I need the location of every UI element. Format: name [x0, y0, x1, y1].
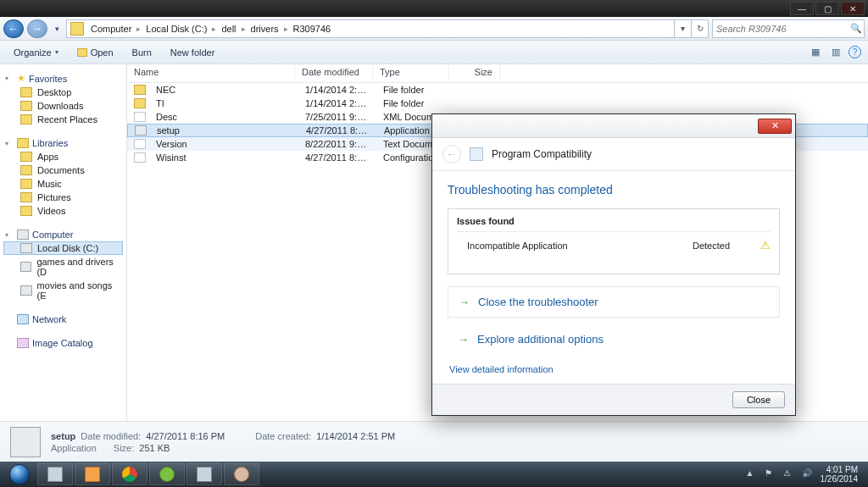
taskbar-app-media[interactable]: [75, 463, 110, 485]
taskbar-app-torrent[interactable]: [149, 463, 185, 485]
new-folder-button[interactable]: New folder: [164, 45, 222, 60]
breadcrumb-seg[interactable]: Local Disk (C:): [142, 24, 210, 34]
dialog-close-button[interactable]: Close: [732, 391, 785, 408]
dialog-close-x[interactable]: ✕: [758, 119, 792, 134]
computer-header[interactable]: ▾Computer: [3, 228, 123, 241]
view-detailed-info-link[interactable]: View detailed information: [448, 361, 554, 374]
organize-button[interactable]: Organize▾: [7, 45, 65, 60]
minimize-button[interactable]: —: [790, 2, 814, 15]
tray-arrow-icon[interactable]: ▲: [746, 468, 758, 480]
drive-icon: [20, 243, 32, 253]
program-compatibility-icon: [470, 147, 483, 161]
breadcrumb[interactable]: Computer▸ Local Disk (C:)▸ dell▸ drivers…: [66, 19, 709, 38]
arrow-icon: →: [458, 333, 469, 346]
navigation-pane: ▾★Favorites Desktop Downloads Recent Pla…: [0, 64, 127, 421]
taskbar[interactable]: ▲ ⚑ ⚠ 🔊 4:01 PM1/26/2014: [0, 462, 868, 487]
explore-options-option[interactable]: → Explore additional options: [448, 324, 780, 354]
col-date[interactable]: Date modified: [295, 64, 373, 82]
app-icon: [197, 467, 212, 482]
computer-icon: [17, 230, 29, 240]
taskbar-app-generic1[interactable]: [186, 463, 222, 485]
nav-history-dropdown[interactable]: ▾: [51, 19, 63, 38]
folder-icon: [134, 85, 146, 95]
file-icon: [134, 152, 146, 163]
search-box[interactable]: 🔍: [712, 19, 865, 38]
file-icon: [134, 139, 146, 149]
start-button[interactable]: [3, 462, 36, 486]
breadcrumb-seg[interactable]: dell: [218, 24, 239, 34]
folder-icon: [20, 192, 32, 202]
taskbar-app-chrome[interactable]: [112, 463, 147, 485]
taskbar-app-explorer[interactable]: [37, 463, 73, 485]
flag-icon[interactable]: ⚑: [765, 468, 776, 480]
libraries-icon: [17, 138, 29, 148]
sidebar-item-local-disk-c[interactable]: Local Disk (C:): [3, 241, 123, 255]
sidebar-item-recent[interactable]: Recent Places: [3, 113, 123, 126]
volume-icon[interactable]: 🔊: [802, 468, 814, 480]
image-catalog-icon: [17, 338, 29, 348]
open-button[interactable]: Open: [70, 45, 120, 60]
clock[interactable]: 4:01 PM1/26/2014: [821, 465, 859, 484]
system-tray[interactable]: ▲ ⚑ ⚠ 🔊 4:01 PM1/26/2014: [746, 465, 865, 484]
dialog-back-button[interactable]: ←: [442, 145, 461, 163]
compatibility-dialog: ✕ ← Program Compatibility Troubleshootin…: [431, 113, 796, 416]
file-row[interactable]: TI1/14/2014 2:51 PMFile folder: [127, 97, 868, 110]
refresh-button[interactable]: ↻: [691, 20, 708, 37]
col-size[interactable]: Size: [449, 64, 500, 82]
close-troubleshooter-option[interactable]: → Close the troubleshooter: [448, 286, 780, 318]
folder-icon: [20, 179, 32, 189]
taskbar-app-generic2[interactable]: [224, 463, 259, 485]
breadcrumb-seg[interactable]: drivers: [248, 24, 282, 34]
help-button[interactable]: ?: [849, 46, 861, 58]
network-header[interactable]: Network: [3, 313, 123, 326]
folder-icon: [20, 165, 32, 175]
torrent-icon: [159, 467, 175, 482]
toolbar: Organize▾ Open Burn New folder ▦ ▥ ?: [0, 41, 868, 64]
breadcrumb-seg[interactable]: R309746: [290, 24, 335, 34]
warning-icon: ⚠: [760, 239, 771, 252]
column-headers[interactable]: Name Date modified Type Size: [127, 64, 868, 83]
sidebar-item-videos[interactable]: Videos: [3, 204, 123, 218]
sidebar-item-documents[interactable]: Documents: [3, 163, 123, 177]
breadcrumb-seg[interactable]: Computer: [87, 24, 135, 34]
titlebar: — ▢ ✕: [0, 0, 868, 17]
sidebar-item-downloads[interactable]: Downloads: [3, 99, 123, 113]
star-icon: ★: [17, 73, 25, 84]
search-icon[interactable]: 🔍: [849, 23, 864, 34]
col-type[interactable]: Type: [373, 64, 449, 82]
folder-icon: [70, 22, 84, 36]
dialog-heading: Troubleshooting has completed: [448, 183, 780, 196]
nav-back-button[interactable]: ←: [3, 19, 24, 38]
col-name[interactable]: Name: [127, 64, 295, 82]
issues-header: Issues found: [457, 216, 771, 232]
sidebar-item-desktop[interactable]: Desktop: [3, 86, 123, 99]
sidebar-item-apps[interactable]: Apps: [3, 150, 123, 163]
burn-button[interactable]: Burn: [125, 45, 159, 60]
image-catalog-header[interactable]: Image Catalog: [3, 336, 123, 350]
address-bar: ← → ▾ Computer▸ Local Disk (C:)▸ dell▸ d…: [0, 17, 868, 41]
drive-icon: [20, 285, 32, 296]
app-icon: [135, 125, 147, 136]
favorites-header[interactable]: ▾★Favorites: [3, 71, 123, 86]
view-options-button[interactable]: ▦: [808, 45, 823, 60]
folder-icon: [20, 152, 32, 162]
drive-icon: [20, 262, 31, 272]
breadcrumb-dropdown[interactable]: ▾: [674, 20, 691, 37]
maximize-button[interactable]: ▢: [815, 2, 839, 15]
sidebar-item-drive-e[interactable]: movies and songs (E: [3, 279, 123, 302]
file-thumb: [10, 427, 41, 457]
network-icon[interactable]: ⚠: [783, 468, 795, 480]
sidebar-item-music[interactable]: Music: [3, 177, 123, 191]
app-icon: [234, 467, 249, 482]
desktop-icon: [20, 87, 32, 97]
open-icon: [77, 48, 87, 57]
window-close-button[interactable]: ✕: [841, 2, 865, 15]
libraries-header[interactable]: ▾Libraries: [3, 136, 123, 150]
search-input[interactable]: [713, 24, 849, 34]
nav-forward-button[interactable]: →: [27, 19, 47, 38]
sidebar-item-drive-d[interactable]: games and drivers (D: [3, 255, 123, 279]
dialog-titlebar[interactable]: ✕: [432, 114, 795, 138]
file-row[interactable]: NEC1/14/2014 2:51 PMFile folder: [127, 83, 868, 97]
preview-pane-button[interactable]: ▥: [828, 45, 843, 60]
sidebar-item-pictures[interactable]: Pictures: [3, 191, 123, 204]
